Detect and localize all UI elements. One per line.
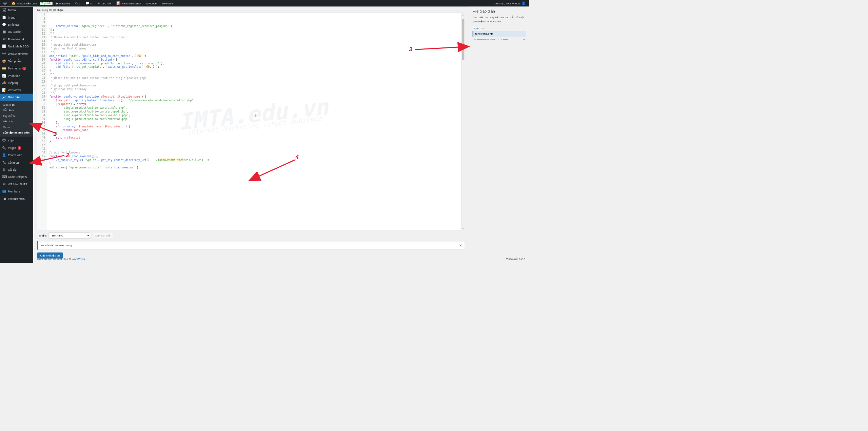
wordpress-link[interactable]: WordPress [72,258,85,261]
comments[interactable]: 💬0 [84,0,94,7]
code-line[interactable]: * Hides the add-to-cart button from the … [48,36,460,39]
sidebar-item-plugin[interactable]: 🔌Plugin7 [0,144,33,151]
sidebar-item-giao-diện[interactable]: 🖌Giao diện [0,94,33,101]
file-item-fontawesome-free-6-7-2-web[interactable]: fontawesome-free-6.7.2-web [473,37,526,42]
function-select[interactable]: Tên hàm... [49,233,90,238]
sidebar-item-members[interactable]: 👥Members [0,187,33,194]
submenu-item-giao-diện[interactable]: Giao diện [0,102,33,107]
code-area[interactable]: IMTA.edu.vn Internet Marketing Target Au… [46,13,461,230]
code-line[interactable]: $templates = array( [48,102,460,106]
code-line[interactable]: * [48,80,460,84]
code-line[interactable]: * Hides the add-to-cart button from the … [48,76,460,80]
file-item-style-css[interactable]: style.css [473,25,526,31]
code-line[interactable]: return $new_path; [48,128,460,132]
code-line[interactable]: /** [48,32,460,36]
line-number: 21 [37,65,45,69]
sidebar-label: Thành viên [8,153,22,157]
code-line[interactable]: add_action( 'init', 'paulc_hide_add_to_c… [48,54,460,58]
scroll-thumb[interactable] [462,19,464,60]
code-line[interactable]: 'single-product/add-to-cart/external.php… [48,117,460,121]
code-line[interactable]: // Add Font Awesome [48,151,460,155]
code-line[interactable] [48,147,460,151]
code-line[interactable]: remove_action( 'tgmpa_register' , 'flats… [48,24,460,28]
sidebar-item-media[interactable]: 🖼Media [0,7,33,14]
code-line[interactable]: } [48,132,460,136]
code-line[interactable]: **/ [48,91,460,95]
sidebar-item-tiếp-thị[interactable]: 📣Tiếp thị [0,79,33,86]
code-line[interactable]: return $located; [48,136,460,140]
code-line[interactable] [48,143,460,147]
code-line[interactable]: * @copyright paulchinmoy.com [48,84,460,87]
sidebar-item-wp-mail-smtp[interactable]: ✉WP Mail SMTP [0,180,33,187]
sidebar-item-sản-phẩm[interactable]: 📦Sản phẩm [0,57,33,64]
code-line[interactable]: function paulc_wc_get_template( $located… [48,95,460,99]
file-item-functions-php[interactable]: functions.php [473,31,526,36]
sidebar-label: Sản phẩm [8,59,21,63]
dismiss-icon[interactable]: ✖ [459,243,462,247]
sidebar-label: Form liên hệ [8,37,24,41]
sidebar-item-bình-luận[interactable]: 💬Bình luận [0,21,33,28]
code-line[interactable]: **/ [48,50,460,54]
code-line[interactable]: function imta_load_awesome() { [48,155,460,158]
updates[interactable]: ⟳7 [74,0,82,7]
collapse-menu[interactable]: ◀Thu gọn menu [0,195,33,202]
sidebar-item-công-cụ[interactable]: 🔧Công cụ [0,159,33,166]
submenu-item-tiện-ích[interactable]: Tiện ích [0,119,33,124]
code-line[interactable]: }); [48,28,460,32]
sidebar-item-phân-tích[interactable]: 📈Phân tích [0,72,33,79]
code-line[interactable]: * @author Paul Chinmoy [48,47,460,50]
rankmath-link[interactable]: 📊Rank Math SEO [115,0,142,7]
code-line[interactable]: add_action( 'wp_enqueue_scripts', 'imta_… [48,166,460,169]
sidebar-item-thành-viên[interactable]: 👤Thành viên [0,151,33,159]
submenu-item-tùy-chỉnh[interactable]: Tùy chỉnh [0,113,33,118]
scroll-up-arrow[interactable]: ▲ [461,13,465,16]
site-name[interactable]: 🏠Nhà xe Bảo Lâm [10,0,38,7]
code-editor[interactable]: 7891011121314151617181920212223242526272… [37,13,465,230]
wp-logo[interactable]: ⓦ [2,0,8,7]
code-line[interactable]: 'single-product/add-to-cart/simple.php', [48,106,460,110]
sidebar-item-payments[interactable]: 💳Payments1 [0,65,33,72]
success-notice: Đã sửa tập tin thành công. ✖ [37,241,465,250]
sidebar-item-wpforms[interactable]: 📝WPForms [0,86,33,94]
admin-bar: ⓦ 🏠Nhà xe Bảo Lâm Trực tiếp ◆Flatsome ⟳7… [0,0,529,7]
sidebar-item-cài-đặt[interactable]: ⚙Cài đặt [0,166,33,173]
wpforms-link[interactable]: WPForms [160,0,175,7]
code-line[interactable]: 'single-product/add-to-cart/variable.php… [48,114,460,117]
code-line[interactable]: if( in_array( $template_name, $templates… [48,125,460,128]
flatsome-link[interactable]: ◆Flatsome [54,0,72,7]
code-line[interactable]: add_filter( 'wc_get_template', 'paulc_wc… [48,65,460,69]
parent-theme-link[interactable]: Flatsome [490,20,501,23]
vertical-scrollbar[interactable]: ▲ ▼ [461,13,465,230]
greeting[interactable]: Xin chào, imta-kythuat 👤 [492,0,527,7]
code-line[interactable]: } [48,162,460,166]
sidebar-item-rank-math-seo[interactable]: 📊Rank Math SEO [0,43,33,50]
code-line[interactable]: * @author Paul Chinmoy [48,87,460,91]
submenu-item-mẫu-khối[interactable]: Mẫu khối [0,107,33,113]
sidebar-label: WPForms [8,88,21,92]
new-content[interactable]: ＋Tạo mới [95,0,113,7]
wpcode-link[interactable]: WPCode [144,0,158,7]
code-line[interactable]: * [48,39,460,43]
submenu-item-menu[interactable]: Menu [0,124,33,129]
code-line[interactable]: $new_path = get_stylesheet_directory_uri… [48,99,460,102]
code-line[interactable] [48,169,460,173]
sidebar-item-woocommerce[interactable]: ⓦWooCommerce [0,50,33,58]
code-line[interactable]: } [48,140,460,143]
code-line[interactable]: ); [48,121,460,125]
scroll-down-arrow[interactable]: ▼ [461,227,465,230]
sidebar-item-form-liên-hệ[interactable]: ✉Form liên hệ [0,35,33,42]
code-line[interactable]: add_filter( 'woocommerce_loop_add_to_car… [48,62,460,65]
code-line[interactable]: 'single-product/add-to-cart/grouped.php'… [48,110,460,114]
lookup-button[interactable]: Xem Chi Tiết [92,233,113,238]
sidebar-item-code-snippets[interactable]: ⌨Code Snippets [0,173,33,180]
submenu-item-sửa-tệp-tin-giao-diện[interactable]: Sửa tệp tin giao diện [0,130,33,135]
sidebar-item-ux-blocks[interactable]: ▦UX Blocks [0,28,33,35]
code-line[interactable]: wp_enqueue_style( 'wpb-fa', get_styleshe… [48,158,460,162]
code-line[interactable]: * @copyright paulchinmoy.com [48,43,460,47]
code-line[interactable]: function paulc_hide_add_to_cart_button()… [48,58,460,62]
sidebar-item-yith[interactable]: ⓎYITH [0,137,33,144]
code-line[interactable]: } [48,69,460,73]
sidebar-item-trang[interactable]: 📄Trang [0,14,33,21]
code-line[interactable]: /** [48,73,460,77]
line-number: 31 [37,102,45,106]
